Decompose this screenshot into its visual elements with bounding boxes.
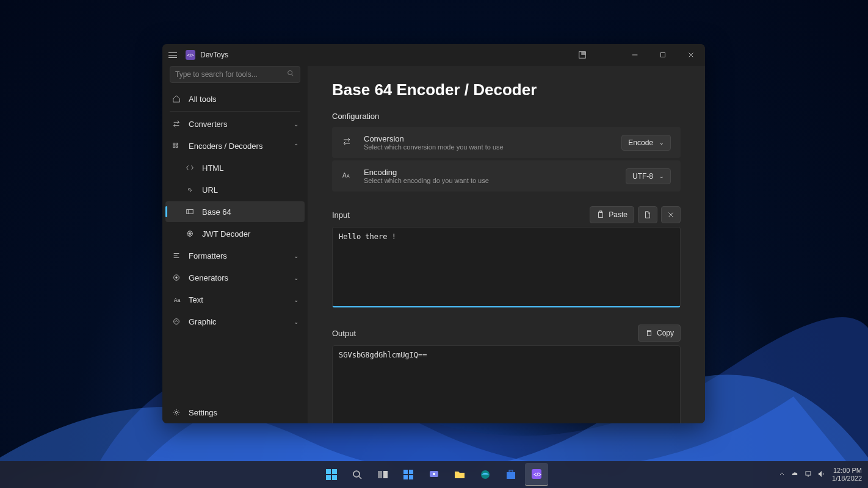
tray-volume-icon[interactable]	[817, 470, 826, 479]
svg-point-43	[433, 473, 435, 475]
svg-text:</>: </>	[533, 472, 541, 478]
nav-label: All tools	[189, 95, 217, 104]
svg-rect-1	[581, 52, 585, 55]
nav-url[interactable]: URL	[165, 179, 305, 200]
input-textarea[interactable]	[332, 227, 681, 307]
copy-button[interactable]: Copy	[638, 325, 681, 342]
clear-button[interactable]	[661, 206, 681, 223]
hamburger-menu-button[interactable]	[168, 49, 181, 61]
svg-rect-38	[403, 470, 408, 474]
main-content: Base 64 Encoder / Decoder Configuration …	[308, 66, 705, 423]
text-icon: Aa	[172, 295, 181, 304]
nav-base64[interactable]: Base 64	[165, 201, 305, 222]
jwt-icon	[185, 229, 195, 239]
svg-rect-12	[187, 210, 193, 214]
copy-label: Copy	[657, 329, 674, 337]
svg-point-6	[288, 71, 292, 75]
close-button[interactable]	[677, 44, 705, 66]
svg-rect-46	[509, 470, 513, 472]
nav-all-tools[interactable]: All tools	[165, 88, 305, 109]
svg-rect-45	[507, 472, 515, 479]
conversion-icon	[342, 137, 354, 148]
minimize-button[interactable]	[621, 44, 649, 66]
maximize-button[interactable]	[649, 44, 677, 66]
encoding-icon: AA	[342, 170, 354, 182]
svg-point-34	[353, 471, 360, 477]
nav-graphic[interactable]: Graphic ⌄	[165, 311, 305, 332]
generators-icon	[172, 273, 181, 282]
taskbar-chat[interactable]	[422, 463, 446, 486]
taskbar-store[interactable]	[499, 463, 523, 486]
tray-time: 12:00 PM	[832, 467, 862, 475]
nav-label: Generators	[189, 273, 228, 282]
output-label: Output	[332, 329, 356, 338]
svg-rect-31	[332, 469, 337, 474]
link-icon	[185, 185, 195, 195]
encoders-icon	[172, 141, 181, 151]
config-section-label: Configuration	[332, 112, 681, 121]
chevron-down-icon: ⌄	[294, 253, 298, 259]
svg-rect-49	[806, 472, 811, 475]
page-title: Base 64 Encoder / Decoder	[332, 81, 681, 99]
tray-onedrive-icon[interactable]	[790, 470, 799, 479]
app-title: DevToys	[200, 51, 228, 59]
nav-jwt[interactable]: JWT Decoder	[165, 223, 305, 244]
system-tray[interactable]: 12:00 PM 1/18/2022	[778, 467, 862, 483]
nav-label: Text	[189, 295, 203, 304]
svg-rect-40	[403, 475, 408, 479]
nav-formatters[interactable]: Formatters ⌄	[165, 245, 305, 266]
nav-generators[interactable]: Generators ⌄	[165, 267, 305, 288]
nav-label: Base 64	[202, 207, 231, 217]
nav-label: Formatters	[189, 251, 227, 260]
nav-converters[interactable]: Converters ⌄	[165, 113, 305, 134]
compact-overlay-button[interactable]	[568, 44, 596, 66]
converters-icon	[172, 119, 181, 129]
tray-network-icon[interactable]	[804, 470, 812, 479]
taskbar-task-view[interactable]	[371, 463, 394, 486]
graphic-icon	[172, 317, 181, 326]
chevron-down-icon: ⌄	[294, 274, 298, 281]
chevron-down-icon: ⌄	[659, 173, 664, 179]
search-input[interactable]	[175, 70, 286, 79]
taskbar-edge[interactable]	[474, 463, 497, 486]
svg-rect-32	[326, 475, 331, 480]
conversion-select[interactable]: Encode ⌄	[621, 135, 671, 151]
open-file-button[interactable]	[638, 206, 657, 223]
app-window: </> DevToys	[162, 44, 705, 423]
svg-rect-10	[173, 146, 175, 148]
titlebar[interactable]: </> DevToys	[162, 44, 705, 66]
nav-text[interactable]: Aa Text ⌄	[165, 289, 305, 310]
taskbar-widgets[interactable]	[397, 463, 420, 486]
nav-html[interactable]: HTML	[165, 157, 305, 178]
nav-encoders[interactable]: Encoders / Decoders ⌃	[165, 135, 305, 156]
taskbar-devtoys[interactable]: </>	[525, 463, 548, 486]
svg-rect-3	[661, 53, 665, 57]
svg-rect-9	[176, 143, 178, 145]
nav-label: Graphic	[189, 317, 217, 326]
nav-settings[interactable]: Settings	[165, 402, 305, 423]
chevron-down-icon: ⌄	[659, 140, 664, 146]
sidebar: All tools Converters ⌄ Encoders / Decode…	[162, 66, 308, 423]
svg-text:Aa: Aa	[174, 297, 181, 303]
app-icon: </>	[186, 50, 195, 60]
search-box[interactable]	[170, 66, 300, 83]
start-button[interactable]	[320, 463, 343, 486]
nav-label: Converters	[189, 120, 228, 129]
chevron-down-icon: ⌄	[294, 121, 298, 127]
config-encoding: AA Encoding Select which encoding do you…	[332, 160, 681, 192]
svg-text:A: A	[342, 172, 347, 179]
chevron-down-icon: ⌄	[294, 296, 298, 303]
encoding-select[interactable]: UTF-8 ⌄	[626, 168, 671, 184]
taskbar-explorer[interactable]	[448, 463, 471, 486]
formatters-icon	[172, 251, 181, 260]
svg-rect-33	[332, 475, 337, 480]
svg-rect-41	[409, 475, 413, 479]
config-title: Encoding	[364, 168, 626, 177]
taskbar-search[interactable]	[345, 463, 369, 486]
output-textarea[interactable]	[332, 345, 681, 423]
paste-button[interactable]: Paste	[590, 206, 634, 223]
taskbar[interactable]: </> 12:00 PM 1/18/2022	[0, 461, 868, 488]
tray-date: 1/18/2022	[832, 475, 862, 483]
svg-rect-30	[326, 469, 331, 474]
tray-chevron-icon[interactable]	[778, 470, 786, 479]
